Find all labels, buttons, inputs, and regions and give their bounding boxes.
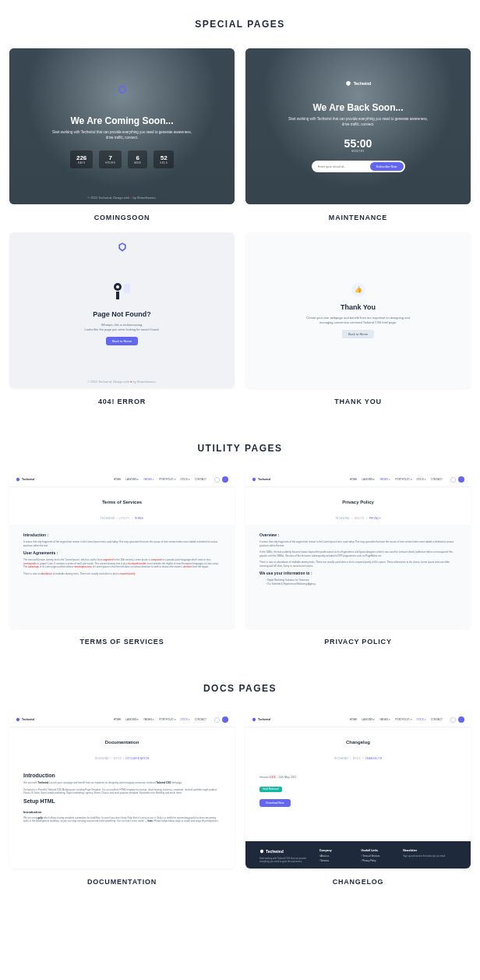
- footer-link[interactable]: › Services: [319, 859, 355, 862]
- label-terms: TERMS OF SERVICES: [80, 638, 164, 646]
- email-input[interactable]: [313, 162, 370, 171]
- cd-mins: 6: [134, 154, 141, 161]
- logo-icon: [117, 242, 128, 253]
- nav-home[interactable]: HOME: [114, 478, 122, 481]
- nav-portfolio[interactable]: PORTFOLIO▾: [159, 478, 175, 481]
- nav-contact[interactable]: CONTACT: [195, 718, 206, 721]
- brand[interactable]: Techwind: [16, 717, 34, 722]
- topbar: Techwind HOME LANDING▾ PAGES▾ PORTFOLIO▾…: [245, 713, 471, 727]
- nav-portfolio[interactable]: PORTFOLIO▾: [159, 718, 175, 721]
- user-icon[interactable]: [222, 476, 228, 483]
- topbar-nav: HOME LANDING▾ PAGES▾ PORTFOLIO▾ DOCS▾ CO…: [350, 478, 443, 481]
- label-thankyou: THANK YOU: [334, 398, 382, 405]
- footer-desc: Start working with Tailwind CSS that can…: [259, 857, 313, 863]
- label-comingsoon: COMINGSOON: [94, 214, 150, 221]
- terms-card[interactable]: Techwind HOME LANDING▾ PAGES▾ PORTFOLIO▾…: [9, 472, 235, 628]
- footer-link[interactable]: › Privacy Policy: [362, 859, 397, 862]
- release-badge: Initial Released: [259, 787, 282, 792]
- cd-days: 226: [76, 154, 86, 161]
- nav-landing[interactable]: LANDING▾: [362, 718, 375, 721]
- maintenance-timer: 55:00: [344, 137, 372, 150]
- brand[interactable]: Techwind: [252, 717, 270, 722]
- nav-home[interactable]: HOME: [350, 478, 358, 481]
- privacy-p1: It seems that only fragments of the orig…: [259, 540, 457, 547]
- footer-newsletter-h: Newsletter: [403, 849, 457, 852]
- topbar-nav: HOME LANDING▾ PAGES▾ PORTFOLIO▾ DOCS▾ CO…: [114, 718, 206, 721]
- documentation-title: Documentation: [9, 740, 235, 745]
- footer-brand[interactable]: Techwind: [259, 849, 313, 854]
- nav-portfolio[interactable]: PORTFOLIO▾: [395, 478, 411, 481]
- svg-point-3: [116, 285, 119, 288]
- nav-docs[interactable]: DOCS▾: [181, 718, 190, 721]
- doc-p3: We are using gulp which allows having co…: [23, 816, 221, 823]
- nav-contact[interactable]: CONTACT: [431, 718, 443, 721]
- download-button[interactable]: Download Now: [259, 799, 291, 807]
- error-illustration: [108, 276, 136, 304]
- cart-icon[interactable]: [450, 477, 456, 483]
- nav-contact[interactable]: CONTACT: [431, 478, 443, 481]
- nav-docs[interactable]: DOCS▾: [181, 478, 190, 481]
- terms-intro-p: It seems that only fragments of the orig…: [23, 540, 221, 547]
- user-icon[interactable]: [222, 716, 228, 723]
- nav-portfolio[interactable]: PORTFOLIO▾: [395, 718, 411, 721]
- nav-docs[interactable]: DOCS▾: [417, 478, 426, 481]
- breadcrumb: TECHWIND › DOCS › CHANGELOG: [245, 752, 471, 765]
- footer-company-h: Company: [319, 849, 355, 852]
- thankyou-title: Thank You: [341, 303, 376, 311]
- subscribe-button[interactable]: Subscribe Now: [370, 162, 404, 171]
- cart-icon[interactable]: [214, 717, 220, 723]
- doc-intro-h: Introduction: [23, 773, 221, 778]
- nav-pages[interactable]: PAGES▾: [143, 718, 154, 721]
- comingsoon-footer: © 2022 Techwind. Design with ♥ by Shreet…: [9, 196, 235, 200]
- error404-card[interactable]: Page Not Found? Whoops, this is embarras…: [9, 232, 235, 388]
- changelog-card[interactable]: Techwind HOME LANDING▾ PAGES▾ PORTFOLIO▾…: [245, 713, 471, 869]
- cd-hours: 7: [105, 154, 115, 161]
- documentation-card[interactable]: Techwind HOME LANDING▾ PAGES▾ PORTFOLIO▾…: [9, 713, 235, 869]
- section-title-utility: UTILITY PAGES: [9, 443, 471, 454]
- privacy-card[interactable]: Techwind HOME LANDING▾ PAGES▾ PORTFOLIO▾…: [245, 472, 471, 628]
- label-documentation: DOCUMENTATION: [87, 878, 157, 886]
- privacy-p2: In the 1960s, the text suddenly became k…: [259, 550, 457, 557]
- brand[interactable]: Techwind: [252, 477, 270, 482]
- privacy-info-h: We use your information to :: [259, 571, 457, 575]
- nav-home[interactable]: HOME: [114, 718, 122, 721]
- comingsoon-card[interactable]: We Are Coming Soon... Start working with…: [9, 48, 235, 204]
- label-changelog: CHANGELOG: [333, 878, 384, 886]
- footer-link[interactable]: › Terms of Services: [362, 854, 397, 858]
- nav-contact[interactable]: CONTACT: [195, 478, 206, 481]
- topbar: Techwind HOME LANDING▾ PAGES▾ PORTFOLIO▾…: [9, 472, 235, 487]
- user-icon[interactable]: [458, 716, 464, 723]
- maintenance-sub: Start working with Techwind that can pro…: [288, 117, 429, 128]
- changelog-title: Changelog: [245, 740, 471, 745]
- logo-icon: [117, 84, 128, 95]
- nav-landing[interactable]: LANDING▾: [125, 718, 139, 721]
- back-home-button[interactable]: Back to Home: [342, 330, 374, 338]
- footer-links-h: Usefull Links: [362, 849, 397, 852]
- footer: Techwind Start working with Tailwind CSS…: [245, 841, 471, 869]
- maintenance-card[interactable]: Techwind We Are Back Soon... Start worki…: [245, 48, 471, 204]
- user-icon[interactable]: [458, 476, 464, 483]
- countdown: 226DAYS 7HOURS 6MINS 52SECS: [70, 150, 174, 168]
- back-home-button[interactable]: Back to Home: [106, 337, 138, 345]
- nav-pages[interactable]: PAGES▾: [379, 718, 390, 721]
- label-error404: 404! ERROR: [98, 398, 146, 405]
- terms-agree-p: The most well-known dummy text is the 'L…: [23, 558, 221, 569]
- nav-pages[interactable]: PAGES▾: [379, 478, 390, 481]
- nav-pages[interactable]: PAGES▾: [143, 478, 154, 481]
- nav-home[interactable]: HOME: [350, 718, 358, 721]
- cart-icon[interactable]: [450, 717, 456, 723]
- nav-landing[interactable]: LANDING▾: [362, 478, 375, 481]
- doc-p1: Get start with Techwind Launch your camp…: [23, 781, 221, 785]
- topbar-nav: HOME LANDING▾ PAGES▾ PORTFOLIO▾ DOCS▾ CO…: [114, 478, 206, 481]
- comingsoon-title: We Are Coming Soon...: [70, 115, 173, 126]
- breadcrumb: TECHWIND › UTILITY › PRIVACY: [245, 512, 471, 525]
- cart-icon[interactable]: [214, 477, 220, 483]
- thankyou-card[interactable]: 👍 Thank You Create your own webpage and …: [245, 232, 471, 388]
- thumbsup-icon: 👍: [351, 283, 365, 297]
- nav-landing[interactable]: LANDING▾: [125, 478, 139, 481]
- nav-docs[interactable]: DOCS▾: [417, 718, 426, 721]
- privacy-overview-h: Overview :: [259, 532, 457, 537]
- footer-link[interactable]: › About us: [319, 854, 355, 858]
- breadcrumb: TECHWIND › DOCS › DOCUMENTATION: [9, 752, 235, 765]
- brand[interactable]: Techwind: [16, 477, 34, 482]
